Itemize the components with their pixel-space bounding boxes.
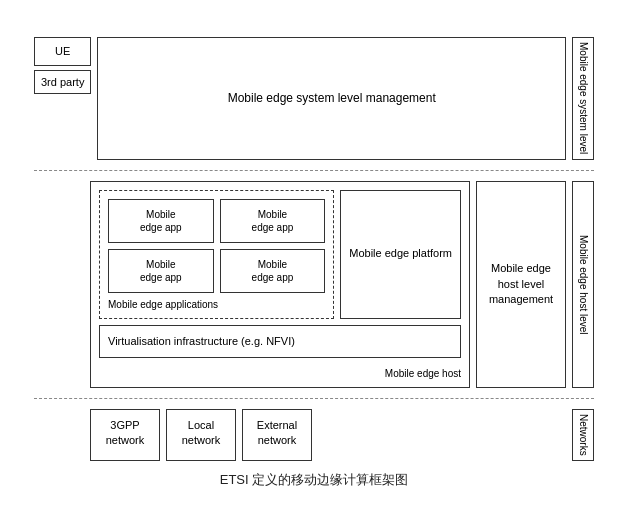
system-level-row: UE 3rd party Mobile edge system level ma… bbox=[34, 37, 594, 159]
spacer2 bbox=[34, 409, 84, 461]
networks-row: 3GPPnetwork Localnetwork Externalnetwork… bbox=[34, 409, 594, 461]
dashed-separator-1 bbox=[34, 170, 594, 171]
networks-boxes: 3GPPnetwork Localnetwork Externalnetwork bbox=[90, 409, 470, 461]
host-top-row: Mobileedge app Mobileedge app Mobileedge… bbox=[99, 190, 461, 319]
ue-box: UE bbox=[34, 37, 91, 65]
side-system-label: Mobile edge system level bbox=[572, 37, 594, 159]
caption: ETSI 定义的移动边缘计算框架图 bbox=[34, 471, 594, 489]
network-box-3gpp: 3GPPnetwork bbox=[90, 409, 160, 461]
apps-grid: Mobileedge app Mobileedge app Mobileedge… bbox=[108, 199, 325, 293]
host-inner-label: Mobile edge host bbox=[99, 368, 461, 379]
network-box-external: Externalnetwork bbox=[242, 409, 312, 461]
apps-section-label: Mobile edge applications bbox=[108, 299, 325, 310]
spacer bbox=[34, 181, 84, 388]
side-host-label: Mobile edge host level bbox=[572, 181, 594, 388]
host-mgmt-label: Mobile edge host level management bbox=[481, 261, 561, 307]
host-inner-layout: Mobileedge app Mobileedge app Mobileedge… bbox=[99, 190, 461, 379]
app-box-1: Mobileedge app bbox=[108, 199, 214, 243]
platform-box: Mobile edge platform bbox=[340, 190, 461, 319]
dashed-separator-2 bbox=[34, 398, 594, 399]
party-label: 3rd party bbox=[41, 76, 84, 88]
virt-box: Virtualisation infrastructure (e.g. NFVI… bbox=[99, 325, 461, 358]
network-box-local: Localnetwork bbox=[166, 409, 236, 461]
host-level-row: Mobileedge app Mobileedge app Mobileedge… bbox=[34, 181, 594, 388]
side-networks-label: Networks bbox=[572, 409, 594, 461]
system-mgmt-label: Mobile edge system level management bbox=[228, 91, 436, 105]
host-mgmt-box: Mobile edge host level management bbox=[476, 181, 566, 388]
app-box-3: Mobileedge app bbox=[108, 249, 214, 293]
system-mgmt-box: Mobile edge system level management bbox=[97, 37, 566, 159]
host-outer-box: Mobileedge app Mobileedge app Mobileedge… bbox=[90, 181, 470, 388]
app-box-2: Mobileedge app bbox=[220, 199, 326, 243]
party-box: 3rd party bbox=[34, 70, 91, 94]
platform-label: Mobile edge platform bbox=[349, 246, 452, 261]
spacer3 bbox=[476, 409, 566, 461]
diagram-container: UE 3rd party Mobile edge system level ma… bbox=[24, 27, 604, 498]
app-box-4: Mobileedge app bbox=[220, 249, 326, 293]
apps-container: Mobileedge app Mobileedge app Mobileedge… bbox=[99, 190, 334, 319]
ue-party-column: UE 3rd party bbox=[34, 37, 91, 159]
outer-layout: UE 3rd party Mobile edge system level ma… bbox=[34, 37, 594, 460]
